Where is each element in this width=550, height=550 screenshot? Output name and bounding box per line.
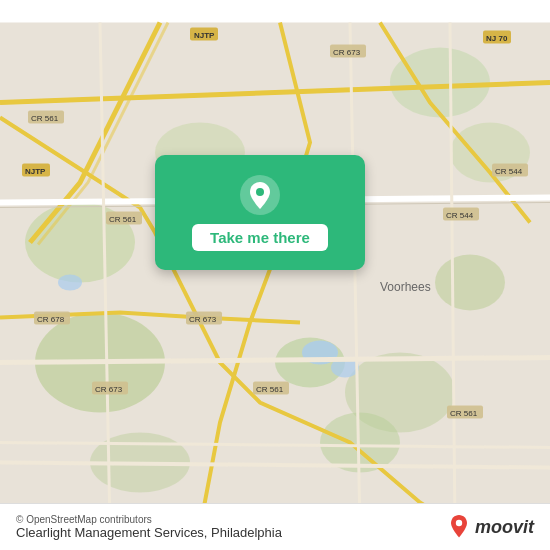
svg-text:CR 561: CR 561: [450, 409, 478, 418]
location-title: Clearlight Management Services, Philadel…: [16, 525, 282, 540]
svg-text:NJTP: NJTP: [25, 167, 46, 176]
svg-point-13: [58, 275, 82, 291]
moovit-text: moovit: [475, 517, 534, 538]
svg-point-10: [390, 48, 490, 118]
svg-point-6: [435, 255, 505, 311]
take-me-there-button[interactable]: Take me there: [192, 224, 328, 251]
bottom-bar: © OpenStreetMap contributors Clearlight …: [0, 503, 550, 550]
svg-text:CR 544: CR 544: [446, 211, 474, 220]
moovit-pin-icon: [447, 515, 471, 539]
svg-text:CR 678: CR 678: [37, 315, 65, 324]
moovit-logo: moovit: [447, 515, 534, 539]
location-pin-icon: [239, 174, 281, 216]
svg-text:Voorhees: Voorhees: [380, 280, 431, 294]
svg-text:CR 673: CR 673: [189, 315, 217, 324]
svg-text:CR 561: CR 561: [109, 215, 137, 224]
svg-text:NJTP: NJTP: [194, 31, 215, 40]
svg-text:NJ 70: NJ 70: [486, 34, 508, 43]
location-card: Take me there: [155, 155, 365, 270]
svg-point-45: [456, 520, 462, 526]
svg-text:CR 561: CR 561: [31, 114, 59, 123]
map-container: NJTP NJ 70 CR 673 CR 561 NJTP CR 544 CR …: [0, 0, 550, 550]
svg-text:CR 544: CR 544: [495, 167, 523, 176]
svg-text:CR 673: CR 673: [95, 385, 123, 394]
copyright-text: © OpenStreetMap contributors: [16, 514, 282, 525]
svg-text:CR 561: CR 561: [256, 385, 284, 394]
svg-point-44: [256, 188, 264, 196]
bottom-info: © OpenStreetMap contributors Clearlight …: [16, 514, 282, 540]
svg-text:CR 673: CR 673: [333, 48, 361, 57]
